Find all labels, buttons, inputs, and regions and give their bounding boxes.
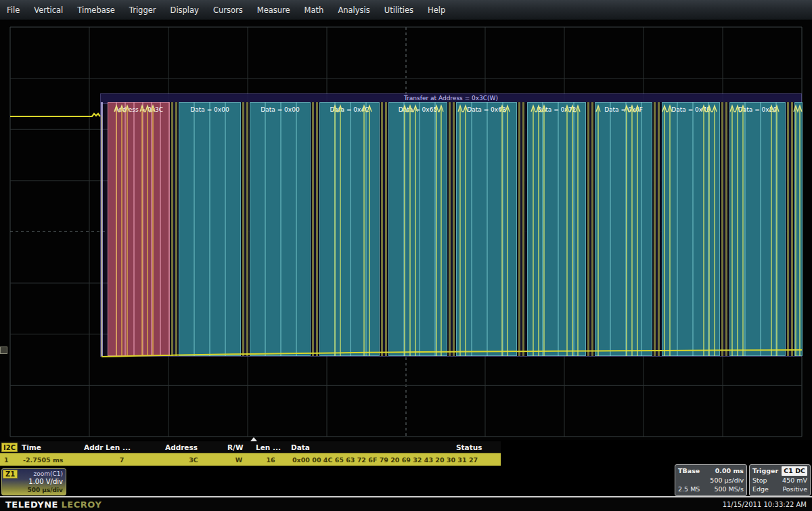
- datetime-display: 11/15/2011 10:33:22 AM: [723, 501, 807, 508]
- row-cell-time: -2.7505 ms: [19, 456, 81, 464]
- decode-block-label: Data = 0x63: [467, 106, 505, 113]
- menu-file[interactable]: File: [7, 5, 20, 15]
- decode-ack-gap: [652, 102, 662, 356]
- i2c-protocol-badge[interactable]: I2C: [1, 443, 18, 452]
- decode-data-block: Data = 0x72: [527, 102, 586, 356]
- menu-trigger[interactable]: Trigger: [129, 5, 156, 15]
- decode-block-label: Data = 0x20: [738, 106, 777, 113]
- trace-level-marker: [0, 347, 7, 354]
- column-header-address: Address: [161, 443, 223, 451]
- trigger-type: Edge: [752, 485, 769, 494]
- decode-data-block: Data = 0x00: [250, 102, 311, 356]
- timebase-label: TBase: [678, 466, 700, 476]
- column-header-data: Data: [287, 443, 452, 451]
- menu-math[interactable]: Math: [304, 5, 324, 15]
- menu-display[interactable]: Display: [171, 5, 199, 15]
- i2c-decode-overlay: Transfer at Address = 0x3C(W) Address = …: [100, 93, 802, 357]
- decode-block-label: Data = 0x79: [671, 106, 710, 113]
- menu-cursors[interactable]: Cursors: [213, 5, 243, 15]
- decode-start-marker: [101, 102, 103, 356]
- decode-ack-gap: [517, 102, 527, 356]
- decode-ack-gap: [380, 102, 388, 356]
- table-position-marker: [250, 437, 257, 441]
- row-cell-len: 16: [253, 456, 288, 464]
- row-cell-rw: W: [225, 456, 253, 464]
- decode-table-row[interactable]: 1-2.7505 ms73CW160x00 00 4C 65 63 72 6F …: [0, 453, 501, 466]
- row-cell-address: 3C: [162, 456, 225, 464]
- zoom-trace-descriptor[interactable]: Z1 zoom(C1) 1.00 V/div 500 µs/div: [1, 468, 66, 495]
- menu-bar: FileVerticalTimebaseTriggerDisplayCursor…: [0, 0, 812, 20]
- timebase-scale: 500 µs/div: [710, 476, 744, 485]
- teledyne-lecroy-logo: TELEDYNE LECROY: [5, 499, 102, 510]
- decode-ack-gap: [447, 102, 456, 356]
- zoom-horizontal-scale: 500 µs/div: [5, 486, 63, 494]
- timebase-rate: 500 MS/s: [714, 485, 744, 494]
- trigger-source-badge: C1 DC: [782, 466, 807, 476]
- trigger-slope: Positive: [782, 485, 807, 494]
- decode-ack-gap: [170, 102, 179, 356]
- zoom-vertical-scale: 1.00 V/div: [5, 478, 63, 486]
- column-header-time: Time: [18, 443, 80, 451]
- decode-block-label: Data = 0x72: [537, 106, 576, 113]
- menu-utilities[interactable]: Utilities: [384, 5, 413, 15]
- menu-measure[interactable]: Measure: [257, 5, 290, 15]
- decode-data-block: Data = 0x6F: [595, 102, 652, 356]
- row-cell-index: 1: [0, 456, 19, 464]
- decode-data-block: Data = 0x79: [662, 102, 720, 356]
- decode-table-header: I2CTimeAddr Len ...AddressR/WLen ...Data…: [0, 441, 501, 453]
- column-header-status: Status: [452, 443, 499, 451]
- column-header-r-w: R/W: [223, 443, 252, 451]
- decode-address-block: Address = 0x3C: [108, 102, 170, 356]
- row-cell-data: 0x00 00 4C 65 63 72 6F 79 20 69 32 43 20…: [288, 456, 453, 464]
- menu-help[interactable]: Help: [428, 5, 445, 15]
- zoom-trace-badge[interactable]: Z1: [3, 470, 18, 479]
- decode-data-block: [794, 102, 803, 356]
- decode-block-label: Address = 0x3C: [114, 106, 163, 113]
- trigger-descriptor[interactable]: Trigger C1 DC Stop 450 mV Edge Positive: [749, 464, 811, 496]
- waveform-display: Transfer at Address = 0x3C(W) Address = …: [0, 20, 812, 440]
- timebase-samples: 2.5 MS: [678, 485, 700, 494]
- decode-data-block: Data = 0x63: [456, 102, 517, 356]
- timebase-descriptor[interactable]: TBase 0.00 ms 500 µs/div 2.5 MS 500 MS/s: [675, 464, 747, 496]
- column-header-len: Len ...: [252, 443, 287, 451]
- decode-data-block: Data = 0x20: [729, 102, 786, 356]
- menu-analysis[interactable]: Analysis: [338, 5, 369, 15]
- decode-block-label: Data = 0x4C: [330, 106, 369, 113]
- menu-vertical[interactable]: Vertical: [34, 5, 63, 15]
- decode-data-block: Data = 0x4C: [319, 102, 380, 356]
- column-header-addr-len: Addr Len ...: [80, 443, 161, 451]
- decode-ack-gap: [311, 102, 319, 356]
- trigger-mode: Stop: [752, 476, 767, 485]
- decode-data-block: Data = 0x00: [179, 102, 241, 356]
- status-bar: TELEDYNE LECROY 11/15/2011 10:33:22 AM: [0, 496, 812, 511]
- decode-data-block: Data = 0x65: [388, 102, 447, 356]
- timebase-delay: 0.00 ms: [715, 466, 744, 476]
- decode-ack-gap: [786, 102, 794, 356]
- decode-ack-gap: [586, 102, 595, 356]
- decode-block-label: Data = 0x65: [399, 106, 437, 113]
- decode-block-label: Data = 0x00: [261, 106, 299, 113]
- trigger-level: 450 mV: [782, 476, 807, 485]
- trigger-label: Trigger: [752, 466, 778, 476]
- menu-timebase[interactable]: Timebase: [77, 5, 115, 15]
- decode-ack-gap: [241, 102, 250, 356]
- i2c-decode-table: I2CTimeAddr Len ...AddressR/WLen ...Data…: [0, 441, 501, 466]
- row-cell-addr-len: 7: [81, 456, 162, 464]
- decode-block-label: Data = 0x00: [190, 106, 229, 113]
- decode-ack-gap: [720, 102, 729, 356]
- decode-block-label: Data = 0x6F: [604, 106, 643, 113]
